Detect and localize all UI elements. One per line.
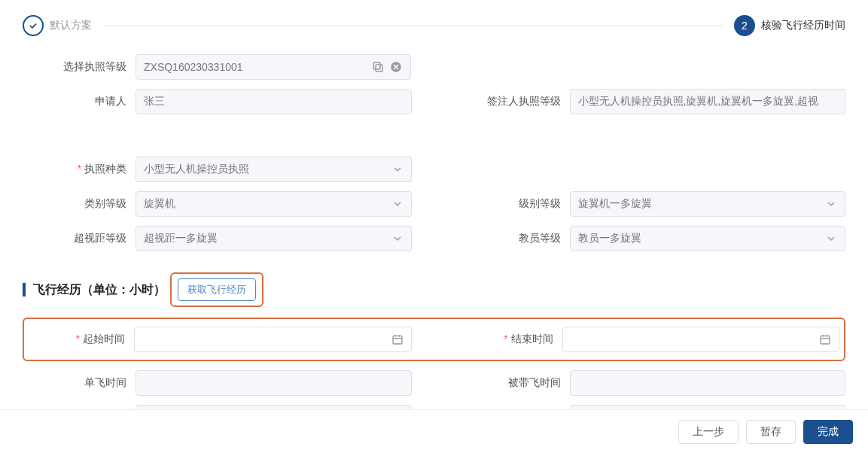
check-icon bbox=[23, 15, 44, 36]
license-type-select[interactable]: 小型无人机操控员执照 bbox=[136, 157, 412, 182]
license-level-input[interactable]: ZXSQ160230331001 bbox=[136, 54, 411, 80]
chevron-down-icon bbox=[825, 198, 837, 210]
step-2-label: 核验飞行经历时间 bbox=[761, 19, 845, 32]
endorser-level-label: 签注人执照等级 bbox=[457, 95, 570, 108]
fetch-highlight-box: 获取飞行经历 bbox=[170, 272, 263, 307]
time-range-highlight: 起始时间 结束时间 bbox=[23, 318, 845, 361]
chevron-down-icon bbox=[391, 198, 404, 210]
class-select[interactable]: 旋翼机一多旋翼 bbox=[570, 191, 846, 217]
svg-rect-0 bbox=[376, 65, 382, 71]
category-label: 类别等级 bbox=[23, 197, 136, 211]
step-indicator: 默认方案 2 核验飞行经历时间 bbox=[0, 0, 868, 54]
bvlos-select[interactable]: 超视距一多旋翼 bbox=[136, 226, 412, 251]
endorser-level-input: 小型无人机操控员执照,旋翼机,旋翼机一多旋翼,超视 bbox=[570, 89, 846, 114]
chevron-down-icon bbox=[825, 233, 837, 245]
form-content[interactable]: 选择执照等级 ZXSQ160230331001 申请人 张三 签注人执照等级 bbox=[0, 54, 868, 415]
solo-label: 单飞时间 bbox=[23, 376, 136, 390]
flight-section-header: 飞行经历（单位：小时） 获取飞行经历 bbox=[23, 272, 845, 307]
applicant-label: 申请人 bbox=[23, 95, 136, 108]
license-level-label: 选择执照等级 bbox=[23, 60, 136, 74]
class-label: 级别等级 bbox=[457, 197, 570, 211]
category-select[interactable]: 旋翼机 bbox=[136, 191, 412, 217]
applicant-input: 张三 bbox=[136, 89, 412, 114]
chevron-down-icon bbox=[391, 233, 404, 245]
step-2: 2 核验飞行经历时间 bbox=[734, 15, 845, 36]
fetch-flight-button[interactable]: 获取飞行经历 bbox=[178, 278, 256, 301]
end-time-input[interactable] bbox=[562, 327, 840, 352]
led-input bbox=[570, 370, 846, 396]
svg-rect-1 bbox=[373, 62, 380, 69]
step-2-number: 2 bbox=[734, 15, 755, 36]
chevron-down-icon bbox=[391, 163, 404, 175]
copy-icon[interactable] bbox=[371, 60, 385, 74]
footer-actions: 上一步 暂存 完成 bbox=[0, 409, 868, 453]
prev-button[interactable]: 上一步 bbox=[678, 420, 739, 444]
calendar-icon bbox=[391, 333, 404, 345]
license-type-label: 执照种类 bbox=[23, 163, 136, 176]
calendar-icon bbox=[819, 333, 831, 345]
start-time-label: 起始时间 bbox=[29, 333, 134, 346]
step-1-label: 默认方案 bbox=[50, 19, 92, 32]
flight-section-title: 飞行经历（单位：小时） bbox=[33, 282, 166, 298]
instructor-select[interactable]: 教员一多旋翼 bbox=[570, 226, 846, 251]
step-1: 默认方案 bbox=[23, 15, 92, 36]
end-time-label: 结束时间 bbox=[457, 333, 562, 346]
finish-button[interactable]: 完成 bbox=[803, 420, 853, 444]
svg-rect-7 bbox=[821, 336, 830, 344]
led-label: 被带飞时间 bbox=[457, 376, 570, 390]
section-bar-icon bbox=[23, 283, 26, 296]
svg-rect-3 bbox=[393, 336, 402, 344]
clear-icon[interactable] bbox=[389, 60, 403, 74]
instructor-label: 教员等级 bbox=[457, 232, 570, 245]
start-time-input[interactable] bbox=[134, 327, 412, 352]
bvlos-label: 超视距等级 bbox=[23, 232, 136, 245]
step-divider bbox=[102, 26, 723, 26]
save-draft-button[interactable]: 暂存 bbox=[746, 420, 796, 444]
solo-input bbox=[136, 370, 412, 396]
